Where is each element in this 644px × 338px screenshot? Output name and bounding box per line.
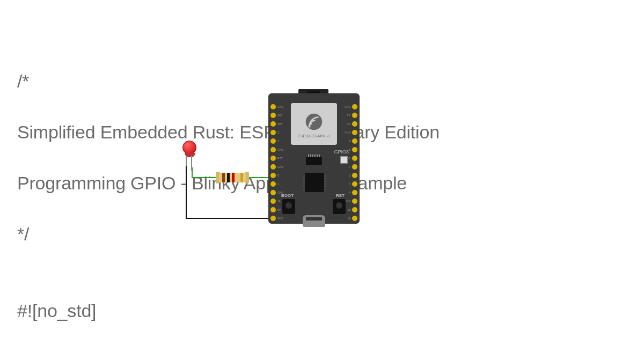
gpio8-label: GPIO8 — [334, 149, 349, 155]
pin — [352, 138, 357, 144]
resistor — [219, 173, 246, 182]
resistor-band — [227, 173, 230, 182]
wire-signal — [248, 177, 271, 178]
pin-label: 7 — [345, 164, 350, 170]
pin — [270, 207, 276, 212]
transistor-icon — [306, 157, 322, 165]
resistor-band — [240, 173, 243, 182]
pin — [270, 164, 276, 170]
pin-label: GND — [277, 216, 283, 221]
svg-point-0 — [306, 114, 323, 130]
pin — [270, 121, 276, 127]
pin-label: GND — [345, 104, 350, 109]
pin-label: 4 — [345, 190, 350, 195]
wire-gnd — [186, 165, 187, 219]
pin-label: GND — [277, 104, 283, 109]
pin-label: 3 — [277, 138, 283, 144]
pin-label: 5 — [345, 181, 350, 187]
esp32-board: ESP32-C3-MINI-1 GND3V33V323GNDRSTGND01GN… — [268, 93, 360, 224]
pin — [352, 113, 357, 118]
pin-label: GND — [277, 164, 283, 170]
resistor-band — [232, 173, 235, 182]
pin-label: 9 — [345, 138, 350, 144]
boot-button-label: BOOT — [281, 193, 294, 198]
pin-label: TX — [345, 113, 350, 118]
resistor-band — [222, 173, 225, 182]
pin-label: 6 — [345, 173, 350, 178]
reset-button[interactable] — [333, 199, 346, 214]
pin — [270, 190, 276, 195]
code-line: #![no_std] — [17, 298, 440, 324]
chip-model-label: ESP32-C3-MINI-1 — [291, 134, 337, 138]
pin — [270, 199, 276, 204]
pin — [352, 156, 357, 161]
pin — [270, 130, 276, 135]
code-line: /* — [17, 69, 440, 94]
wire-signal — [192, 177, 217, 178]
pin-label: GND — [345, 130, 350, 135]
pin — [270, 216, 276, 221]
pin — [352, 216, 357, 221]
pin — [352, 173, 357, 178]
boot-button[interactable] — [282, 199, 295, 214]
usb-connector-bottom — [303, 215, 325, 227]
pin-label: 3V3 — [277, 113, 283, 118]
mcu-chip-icon — [305, 173, 324, 192]
pin — [352, 104, 357, 109]
reset-button-label: RST — [336, 193, 345, 198]
pin — [270, 173, 276, 178]
circuit-diagram: ESP32-C3-MINI-1 GND3V33V323GNDRSTGND01GN… — [177, 93, 360, 227]
led-red — [182, 141, 196, 155]
pin — [270, 104, 276, 109]
pin — [352, 181, 357, 187]
pin — [270, 138, 276, 144]
pin-header-right — [352, 104, 357, 221]
svg-point-1 — [308, 125, 310, 127]
pin — [270, 147, 276, 152]
pin-label: 1 — [277, 181, 283, 187]
pin-label: 0 — [277, 173, 283, 178]
pin-label: 19 — [345, 216, 350, 221]
pin — [352, 164, 357, 170]
pin — [270, 181, 276, 187]
pin — [352, 121, 357, 127]
pin-label: RST — [277, 156, 283, 161]
pin — [352, 147, 357, 152]
pin-label: RX — [345, 121, 350, 127]
pin-header-left — [270, 104, 276, 221]
pin-label: 2 — [277, 130, 283, 135]
wire-gnd — [186, 218, 272, 219]
led-leg — [191, 156, 192, 171]
espressif-logo-icon — [305, 113, 323, 131]
pin — [270, 156, 276, 161]
led-leg — [186, 156, 187, 166]
pin — [352, 130, 357, 135]
pin — [352, 199, 357, 204]
pin — [352, 207, 357, 212]
pin-label: 3V3 — [277, 121, 283, 127]
esp32-shield: ESP32-C3-MINI-1 — [291, 103, 337, 145]
pin — [352, 190, 357, 195]
gpio8-led-indicator — [340, 156, 348, 164]
pin — [270, 113, 276, 118]
pin-label: GND — [277, 147, 283, 152]
